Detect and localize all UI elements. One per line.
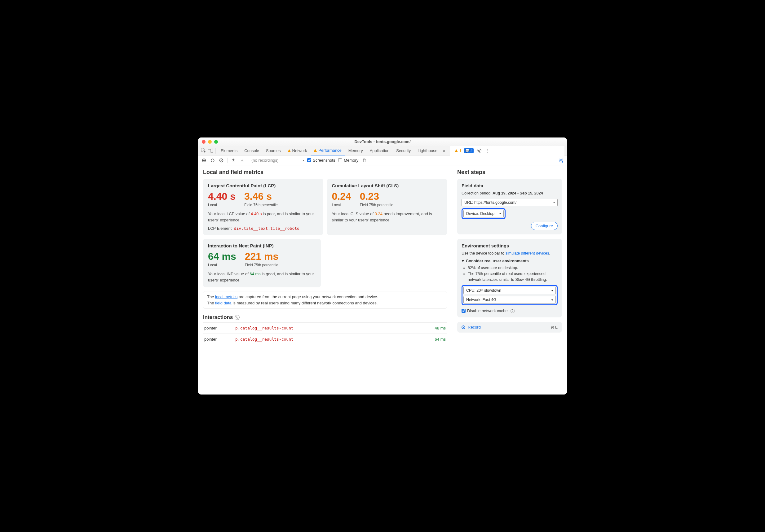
reload-icon[interactable] — [210, 157, 216, 163]
panel-settings-gear-icon[interactable] — [558, 157, 564, 163]
recordings-dropdown[interactable]: (no recordings) — [251, 158, 304, 162]
settings-gear-icon[interactable] — [476, 148, 482, 154]
svg-point-3 — [478, 150, 480, 151]
cls-title: Cumulative Layout Shift (CLS) — [332, 183, 442, 188]
field-data-link[interactable]: field data — [215, 301, 232, 305]
no-interactions-icon — [235, 315, 240, 320]
cls-local-label: Local — [332, 203, 351, 207]
svg-line-7 — [220, 159, 223, 162]
upload-icon[interactable] — [231, 157, 236, 163]
cls-local-value: 0.24 — [332, 191, 351, 202]
collection-period: Collection period: Aug 19, 2024 - Sep 15… — [461, 191, 558, 196]
interaction-row[interactable]: pointer p.catalog__results-count 64 ms — [203, 334, 447, 345]
main-content: Local and field metrics Largest Contentf… — [198, 165, 567, 395]
record-pane: Record ⌘ E — [457, 322, 562, 333]
disable-cache-checkbox[interactable]: Disable network cache? — [461, 308, 558, 313]
consider-details[interactable]: Consider real user environments 82% of u… — [461, 259, 558, 282]
trash-icon[interactable] — [362, 157, 367, 163]
lcp-field-label: Field 75th percentile — [244, 203, 278, 207]
traffic-lights — [202, 140, 218, 144]
lcp-local-label: Local — [208, 203, 236, 207]
help-icon[interactable]: ? — [510, 309, 515, 313]
environment-pane: Environment settings Use the device tool… — [457, 239, 562, 318]
clear-icon[interactable] — [219, 157, 224, 163]
env-bullet: The 75th percentile of real users experi… — [468, 271, 558, 283]
tab-sources[interactable]: Sources — [263, 146, 284, 155]
env-bullet: 82% of users are on desktop. — [468, 265, 558, 271]
cls-description: Your local CLS value of 0.24 needs impro… — [332, 211, 442, 223]
configure-button[interactable]: Configure — [531, 222, 558, 230]
lcp-local-value: 4.40 s — [208, 191, 236, 202]
local-metrics-link[interactable]: local metrics — [215, 295, 238, 299]
tab-console[interactable]: Console — [241, 146, 262, 155]
close-icon[interactable] — [202, 140, 206, 144]
record-shortcut: ⌘ E — [550, 325, 558, 330]
cpu-throttle-select[interactable]: CPU: 20× slowdown — [463, 287, 556, 294]
more-tabs-icon[interactable]: » — [441, 148, 447, 154]
titlebar: DevTools - fonts.google.com/ — [198, 137, 567, 146]
inp-field-value: 221 ms — [245, 251, 279, 262]
tab-application[interactable]: Application — [367, 146, 393, 155]
devtools-window: DevTools - fonts.google.com/ Elements Co… — [198, 137, 567, 395]
inp-local-label: Local — [208, 263, 236, 267]
tab-performance[interactable]: Performance — [311, 146, 345, 155]
download-icon[interactable] — [239, 157, 245, 163]
window-title: DevTools - fonts.google.com/ — [198, 139, 567, 144]
metrics-header: Local and field metrics — [203, 169, 447, 175]
device-select[interactable]: Device: Desktop — [463, 210, 504, 217]
svg-point-9 — [562, 161, 563, 162]
tab-lighthouse[interactable]: Lighthouse — [414, 146, 440, 155]
kebab-menu-icon[interactable]: ⋮ — [485, 148, 491, 154]
memory-checkbox[interactable]: Memory — [338, 158, 358, 162]
tab-elements[interactable]: Elements — [218, 146, 241, 155]
simulate-devices-link[interactable]: simulate different devices — [505, 251, 549, 255]
device-toolbar-icon[interactable] — [207, 148, 214, 154]
screenshots-checkbox[interactable]: Screenshots — [307, 158, 335, 162]
zoom-icon[interactable] — [214, 140, 218, 144]
env-hint: Use the device toolbar to simulate diffe… — [461, 251, 558, 256]
warning-badge[interactable]: 1 — [455, 148, 461, 153]
tab-security[interactable]: Security — [393, 146, 414, 155]
interactions-header: Interactions — [203, 314, 447, 321]
next-steps-panel: Next steps Field data Collection period:… — [452, 165, 567, 395]
lcp-field-value: 3.46 s — [244, 191, 278, 202]
env-title: Environment settings — [461, 243, 558, 248]
record-button[interactable]: Record — [461, 325, 481, 330]
record-icon — [461, 326, 465, 329]
field-data-pane: Field data Collection period: Aug 19, 20… — [457, 179, 562, 234]
cls-card: Cumulative Layout Shift (CLS) 0.24 Local… — [327, 179, 447, 235]
inp-description: Your local INP value of 64 ms is good, a… — [208, 271, 316, 283]
tab-network[interactable]: Network — [285, 146, 310, 155]
info-badge[interactable]: 💬 2 — [464, 148, 474, 153]
inp-local-value: 64 ms — [208, 251, 236, 262]
lcp-card: Largest Contentful Paint (LCP) 4.40 s Lo… — [203, 179, 323, 235]
cls-field-label: Field 75th percentile — [360, 203, 393, 207]
inp-field-label: Field 75th percentile — [245, 263, 279, 267]
next-steps-header: Next steps — [457, 169, 562, 175]
url-select[interactable]: URL: https://fonts.google.com/ — [461, 199, 558, 206]
field-data-title: Field data — [461, 183, 558, 188]
network-throttle-select[interactable]: Network: Fast 4G — [463, 296, 556, 304]
minimize-icon[interactable] — [208, 140, 212, 144]
lcp-title: Largest Contentful Paint (LCP) — [208, 183, 318, 188]
cls-field-value: 0.23 — [360, 191, 393, 202]
lcp-description: Your local LCP value of 4.40 s is poor, … — [208, 211, 318, 223]
record-circle-icon[interactable] — [201, 157, 207, 163]
svg-point-8 — [560, 159, 562, 161]
interaction-row[interactable]: pointer p.catalog__results-count 48 ms — [203, 322, 447, 334]
tabbar: Elements Console Sources Network Perform… — [198, 146, 567, 155]
metrics-panel: Local and field metrics Largest Contentf… — [198, 165, 452, 395]
metrics-note: The local metrics are captured from the … — [203, 291, 447, 309]
inp-card: Interaction to Next Paint (INP) 64 ms Lo… — [203, 239, 321, 287]
lcp-element[interactable]: LCP Element div.tile__text.tile__roboto — [208, 226, 318, 231]
tab-memory[interactable]: Memory — [345, 146, 366, 155]
svg-rect-2 — [211, 148, 213, 153]
inp-title: Interaction to Next Paint (INP) — [208, 243, 316, 248]
inspect-icon[interactable] — [201, 148, 207, 154]
svg-point-5 — [203, 159, 205, 161]
